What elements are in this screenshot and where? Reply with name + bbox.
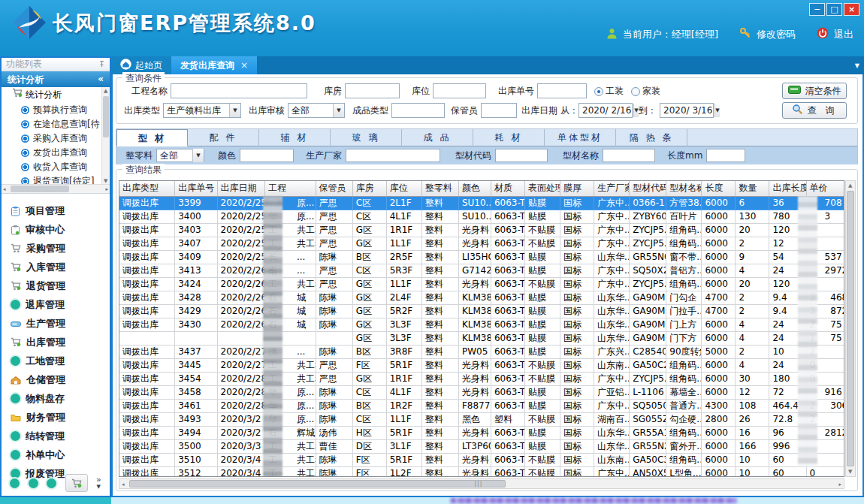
- column-header[interactable]: 长度: [702, 181, 736, 196]
- scroll-down-icon[interactable]: ▼: [104, 178, 107, 184]
- tree-item[interactable]: 收货入库查询: [2, 160, 110, 174]
- order-no-input[interactable]: [537, 83, 587, 98]
- table-row[interactable]: 调拨出库34242020/2/26工共工程严思G区1L1F整料光身料6063-T…: [119, 277, 844, 291]
- table-row[interactable]: 调拨出库33992020/2/25华原...严思C区2L1F整料SU10...6…: [119, 196, 844, 210]
- material-tab[interactable]: 玻 璃: [331, 129, 402, 146]
- sidebar-group[interactable]: 入库管理: [2, 258, 110, 276]
- search-button[interactable]: 查 询: [782, 102, 847, 119]
- date-from-picker[interactable]: 2020/ 2/16 ▼: [579, 103, 633, 118]
- column-header[interactable]: 库房: [352, 181, 386, 196]
- scroll-left-icon[interactable]: ◂: [122, 481, 125, 487]
- project-name-input[interactable]: [171, 83, 307, 98]
- table-row[interactable]: 调拨出库35122020/3/4工共工程陈琳F区1L2F整料光身料6063-T5…: [119, 466, 844, 477]
- column-header[interactable]: 材质: [491, 181, 524, 196]
- tab-shipping-query[interactable]: 发货出库查询 ×: [171, 56, 257, 74]
- tree-item[interactable]: 采购入库查询: [2, 131, 110, 146]
- maximize-button[interactable]: □: [826, 3, 842, 16]
- change-password-link[interactable]: 修改密码: [757, 28, 796, 41]
- material-tab[interactable]: 辅 材: [259, 129, 331, 146]
- vertical-scrollbar[interactable]: ▲ ▼: [845, 180, 856, 477]
- column-header[interactable]: 型材名称: [666, 181, 702, 196]
- table-row[interactable]: G区3L3F整料KLM38176063-T5贴膜国标山东华...GA90M09.…: [119, 331, 844, 345]
- sidebar-group[interactable]: 补单中心: [2, 445, 110, 464]
- table-row[interactable]: 调拨出库34072020/2/25工共工程严思G区1L1F整料光身料6063-T…: [119, 237, 844, 250]
- table-row[interactable]: 调拨出库34092020/2/25长...陈琳B区2R5F整料LI35HO606…: [119, 250, 844, 264]
- tab-list-dropdown-icon[interactable]: ▼: [855, 62, 859, 69]
- audit-combo[interactable]: 全部 ▼: [288, 103, 345, 118]
- tree-vertical-scrollbar[interactable]: ▲ ▼: [101, 87, 110, 185]
- column-header[interactable]: 生产厂家: [594, 181, 630, 196]
- table-row[interactable]: 调拨出库34932020/3/2华原...陈琳C区1L1F整料黑色塑料不贴膜国标…: [119, 412, 844, 426]
- sidebar-group[interactable]: 结转管理: [2, 427, 110, 445]
- scrollbar-thumb[interactable]: [129, 480, 506, 487]
- tree-horizontal-scrollbar[interactable]: ◂ ▸: [2, 184, 110, 193]
- table-row[interactable]: 调拨出库34582020/2/28华原...陈琳C区4L1F整料光身料6063-…: [119, 385, 844, 399]
- logout-link[interactable]: 退出: [834, 28, 853, 41]
- more-icon[interactable]: »▼: [96, 477, 101, 490]
- gongzhuang-radio[interactable]: [594, 87, 603, 96]
- sidebar-group[interactable]: 工地管理: [2, 352, 110, 370]
- cart-button[interactable]: [65, 474, 88, 492]
- material-tab[interactable]: 配 件: [188, 129, 259, 146]
- keeper-input[interactable]: [481, 103, 517, 118]
- sidebar-group[interactable]: 退货管理: [2, 276, 110, 295]
- tab-close-icon[interactable]: ×: [240, 60, 248, 71]
- table-row[interactable]: 调拨出库34132020/2/26南...严思C区5R3F整料G71422606…: [119, 264, 844, 277]
- tree-root[interactable]: 统计分析: [2, 87, 110, 103]
- name-input[interactable]: [603, 149, 655, 162]
- product-type-input[interactable]: [391, 103, 445, 118]
- collapse-icon[interactable]: «: [98, 74, 104, 85]
- table-row[interactable]: 调拨出库34282020/2/26石城陈琳G区2L4F整料KLM38176063…: [119, 291, 844, 304]
- column-header[interactable]: 颜色: [458, 181, 491, 196]
- close-button[interactable]: ×: [844, 3, 859, 16]
- column-header[interactable]: 工程: [264, 181, 316, 196]
- dot-icon[interactable]: [47, 478, 56, 488]
- column-header[interactable]: 数量: [736, 181, 769, 196]
- scroll-left-icon[interactable]: ◂: [3, 186, 6, 192]
- table-row[interactable]: 调拨出库34612020/2/28华原...陈琳B区1R2F整料F8877FT6…: [119, 399, 844, 412]
- table-row[interactable]: 调拨出库34542020/2/28工共工程严思G区1R1F整料光身料6063-T…: [119, 372, 844, 385]
- material-tab[interactable]: 单体型材: [545, 129, 616, 146]
- table-row[interactable]: 调拨出库34002020/2/25华原...严思C区4L1F整料SU10...6…: [119, 210, 844, 223]
- horizontal-scrollbar[interactable]: ◂ ||| ▸: [119, 478, 844, 489]
- table-row[interactable]: 调拨出库34452020/2/27工共工程严思F区5R1F整料光身料6063-T…: [119, 358, 844, 372]
- tree-item[interactable]: 预算执行查询: [2, 103, 110, 117]
- sidebar-group[interactable]: 物料盘存: [2, 389, 110, 408]
- column-header[interactable]: 出库类型: [119, 181, 175, 196]
- scrollbar-thumb[interactable]: [103, 96, 109, 137]
- sidebar-group[interactable]: 出库管理: [2, 333, 110, 352]
- tree-item[interactable]: 发货出库查询: [2, 146, 110, 160]
- column-header[interactable]: 整零料: [421, 181, 458, 196]
- scroll-down-icon[interactable]: ▼: [848, 469, 852, 475]
- scroll-up-icon[interactable]: ▲: [104, 88, 107, 94]
- material-tab[interactable]: 成 品: [402, 129, 473, 146]
- table-row[interactable]: 调拨出库35002020/3/3工共工程曹佳D区3L1F整料LT3P606063…: [119, 439, 844, 453]
- column-header[interactable]: 型材代码: [630, 181, 666, 196]
- sidebar-group[interactable]: 审核中心: [2, 220, 110, 239]
- warehouse-input[interactable]: [345, 83, 400, 98]
- dot-icon[interactable]: [10, 478, 20, 488]
- jiazhuang-radio[interactable]: [631, 87, 640, 96]
- material-tab[interactable]: 型 材: [116, 129, 188, 146]
- splitter-grip[interactable]: |||: [474, 481, 482, 487]
- dot-icon[interactable]: [29, 478, 38, 488]
- color-input[interactable]: [240, 149, 294, 162]
- material-tab[interactable]: 隔 热 条: [616, 129, 687, 146]
- section-header[interactable]: 统计分析 «: [2, 71, 110, 87]
- length-input[interactable]: [706, 149, 745, 162]
- sidebar-group[interactable]: 生产管理: [2, 314, 110, 333]
- column-header[interactable]: 保管员: [316, 181, 352, 196]
- column-header[interactable]: 表面处理: [524, 181, 560, 196]
- table-row[interactable]: 调拨出库34292020/2/26石城陈琳G区5R2F整料KLM38176063…: [119, 304, 844, 318]
- scrollbar-thumb[interactable]: [11, 186, 69, 192]
- pin-icon[interactable]: [98, 59, 105, 70]
- sidebar-group[interactable]: 退库管理: [2, 295, 110, 314]
- scroll-up-icon[interactable]: ▲: [848, 183, 852, 189]
- material-tab[interactable]: 耗 材: [473, 129, 545, 146]
- sidebar-group[interactable]: 采购管理: [2, 239, 110, 258]
- column-header[interactable]: 出库长度: [769, 181, 806, 196]
- column-header[interactable]: 出库单号: [175, 181, 217, 196]
- minimize-button[interactable]: −: [809, 3, 825, 16]
- table-row[interactable]: 调拨出库34032020/2/25工共工程严思G区1R1F整料光身料6063-T…: [119, 223, 844, 237]
- location-input[interactable]: [433, 83, 486, 98]
